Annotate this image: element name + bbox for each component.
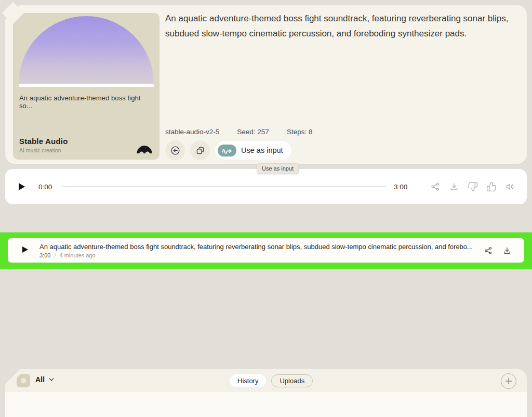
thumbs-up-icon: [486, 181, 497, 192]
arrow-left-circle-icon: [170, 145, 181, 156]
brand-block: Stable Audio AI music creation: [19, 137, 68, 153]
library-thumbnail: [17, 374, 30, 387]
volume-button[interactable]: [505, 181, 515, 192]
play-icon: [22, 246, 28, 253]
download-button[interactable]: [449, 181, 459, 192]
play-icon: [19, 183, 25, 190]
brand-name: Stable Audio: [19, 137, 68, 146]
duration-time: 3:00: [394, 183, 407, 191]
elapsed-time: 0:00: [38, 183, 52, 191]
library-panel: All History Uploads A neo cla: [5, 369, 527, 417]
volume-icon: [505, 181, 515, 192]
use-as-input-button[interactable]: Use as input: [215, 141, 291, 160]
track-actions: [484, 246, 512, 255]
seek-bar[interactable]: [62, 186, 385, 187]
add-button[interactable]: [501, 373, 516, 389]
steps-value: Steps: 8: [287, 128, 313, 136]
dislike-button[interactable]: [468, 181, 478, 192]
track-list: A neo classical track featuring classy s…: [5, 392, 527, 417]
use-as-input-label: Use as input: [241, 146, 283, 154]
album-art-caption: An aquatic adventure-themed boss fight s…: [19, 94, 153, 110]
player-icon-group: [430, 181, 515, 192]
use-as-input-tooltip: Use as input: [257, 163, 299, 174]
download-icon: [502, 246, 512, 255]
generation-meta: stable-audio-v2-5 Seed: 257 Steps: 8: [165, 128, 312, 136]
share-icon: [430, 181, 441, 192]
track-title: An aquatic adventure-themed boss fight s…: [39, 243, 478, 251]
track-share-button[interactable]: [484, 246, 493, 255]
generation-actions: Use as input: [165, 140, 291, 160]
track-download-button[interactable]: [502, 246, 512, 255]
brand-tagline: AI music creation: [19, 147, 68, 153]
stable-audio-logo-icon: [136, 145, 153, 153]
generation-panel: An aquatic adventure-themed boss fight s…: [5, 5, 527, 164]
library-tabs: History Uploads: [230, 374, 313, 387]
album-art-card[interactable]: An aquatic adventure-themed boss fight s…: [13, 13, 159, 160]
plus-icon: [505, 377, 512, 385]
seed-value: Seed: 257: [237, 128, 269, 136]
filter-label: All: [35, 375, 45, 384]
player-play-button[interactable]: [19, 183, 25, 192]
track-duration: 3:00: [39, 252, 50, 258]
chevron-down-icon: [48, 376, 55, 383]
album-art-strip: [19, 84, 154, 87]
filter-dropdown[interactable]: All: [35, 375, 55, 384]
library-header: All History Uploads: [5, 369, 527, 392]
prompt-text: An aquatic adventure-themed boss fight s…: [165, 11, 526, 41]
waveform-arrow-icon: [218, 145, 236, 157]
like-button[interactable]: [486, 181, 497, 192]
track-age: 4 minutes ago: [59, 252, 95, 258]
tab-history[interactable]: History: [230, 374, 266, 387]
model-name: stable-audio-v2-5: [165, 128, 219, 136]
separator: /: [54, 252, 56, 258]
share-button[interactable]: [430, 181, 441, 192]
thumbnail-dot: [21, 378, 26, 383]
share-icon: [484, 246, 493, 255]
track-play-button[interactable]: [22, 246, 28, 254]
copy-icon: [195, 145, 206, 156]
tab-uploads[interactable]: Uploads: [271, 374, 313, 387]
track-text: An aquatic adventure-themed boss fight s…: [39, 243, 478, 258]
download-icon: [449, 181, 459, 192]
player-bar: 0:00 3:00: [5, 169, 527, 204]
restore-settings-button[interactable]: [165, 140, 185, 160]
thumbs-down-icon: [468, 181, 478, 192]
highlight-slot: [5, 392, 527, 417]
copy-button[interactable]: [190, 140, 210, 160]
highlight-box: An aquatic adventure-themed boss fight s…: [0, 232, 532, 269]
track-meta: 3:00 / 4 minutes ago: [39, 252, 478, 258]
album-art-dome: [19, 16, 154, 84]
highlighted-track-row[interactable]: An aquatic adventure-themed boss fight s…: [8, 238, 524, 263]
